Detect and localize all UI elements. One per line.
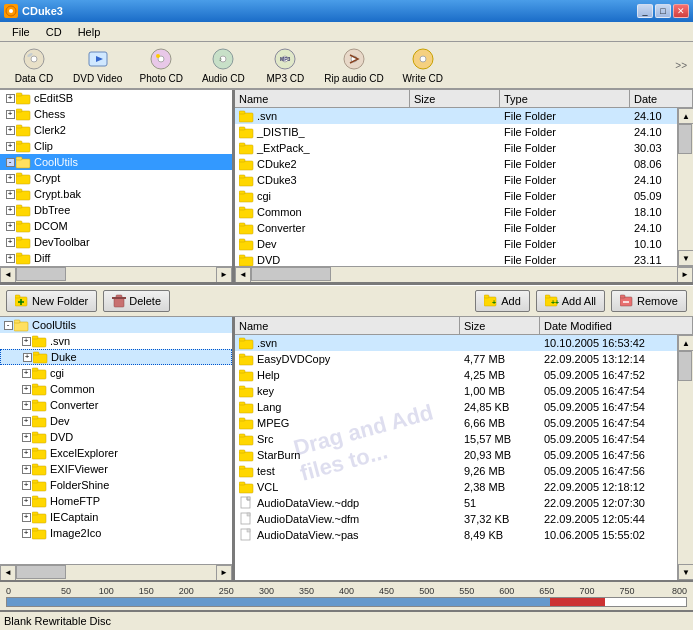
list-row-dev-top[interactable]: Dev File Folder 10.10 [235,236,677,252]
write-cd-button[interactable]: Write CD [393,44,453,86]
tree-item-dbtree[interactable]: + DbTree [0,202,232,218]
hscroll-track-tr[interactable] [251,267,677,283]
btree-cgi[interactable]: + cgi [0,365,232,381]
menu-cd[interactable]: CD [38,24,70,40]
bexpand-homeftp[interactable]: + [20,495,32,507]
top-left-tree[interactable]: + cEditSB + Chess + Clerk2 [0,90,232,266]
hscroll-right-tr[interactable]: ► [677,267,693,283]
mp3-cd-button[interactable]: MP3 MP3 CD [255,44,315,86]
btree-dev[interactable]: + Dev [0,413,232,429]
tree-item-dcom[interactable]: + DCOM [0,218,232,234]
blist-row-starburn[interactable]: StarBurn 20,93 MB 05.09.2005 16:47:56 [235,447,677,463]
expand-cryptbak[interactable]: + [4,188,16,200]
blist-row-adfm[interactable]: AudioDataView.~dfm 37,32 KB 22.09.2005 1… [235,511,677,527]
btree-foldershine[interactable]: + FolderShine [0,477,232,493]
bexpand-dvd[interactable]: + [20,431,32,443]
bexpand-foldershine[interactable]: + [20,479,32,491]
blist-row-help[interactable]: Help 4,25 MB 05.09.2005 16:47:52 [235,367,677,383]
expand-cedit[interactable]: + [4,92,16,104]
menu-file[interactable]: File [4,24,38,40]
vscroll-up-top-right[interactable]: ▲ [678,108,693,124]
close-button[interactable]: ✕ [673,4,689,18]
tree-item-chess[interactable]: + Chess [0,106,232,122]
maximize-button[interactable]: □ [655,4,671,18]
audio-cd-button[interactable]: ♪ Audio CD [193,44,253,86]
btree-converter[interactable]: + Converter [0,397,232,413]
remove-button[interactable]: Remove [611,290,687,312]
col-date-top[interactable]: Date [630,90,693,107]
expand-dcom[interactable]: + [4,220,16,232]
tree-item-coolutils-root[interactable]: - CoolUtils [0,317,232,333]
bottom-left-tree[interactable]: + .svn + Duke + cgi + [0,333,232,564]
hscroll-track[interactable] [16,267,216,283]
col-size-top[interactable]: Size [410,90,500,107]
list-row-cgi-top[interactable]: cgi File Folder 05.09 [235,188,677,204]
tree-item-cryptbak[interactable]: + Crypt.bak [0,186,232,202]
bexpand-excel[interactable]: + [20,447,32,459]
delete-button[interactable]: Delete [103,290,170,312]
blist-row-easydvd[interactable]: EasyDVDCopy 4,77 MB 22.09.2005 13:12:14 [235,351,677,367]
hscroll-left[interactable]: ◄ [0,267,16,283]
tree-item-coolutils[interactable]: - CoolUtils [0,154,232,170]
expand-coolutils[interactable]: - [4,156,16,168]
btree-iecaptain[interactable]: + IECaptain [0,509,232,525]
blist-row-svn[interactable]: .svn 10.10.2005 16:53:42 [235,335,677,351]
data-cd-button[interactable]: Data CD [4,44,64,86]
expand-chess[interactable]: + [4,108,16,120]
col-size-bottom[interactable]: Size [460,317,540,334]
hscroll-track-bl[interactable] [16,565,216,581]
bexpand-converter[interactable]: + [20,399,32,411]
expand-clip[interactable]: + [4,140,16,152]
vscroll-up-br[interactable]: ▲ [678,335,693,351]
list-row-cduke2[interactable]: CDuke2 File Folder 08.06 [235,156,677,172]
list-row-distib[interactable]: _DISTIB_ File Folder 24.10 [235,124,677,140]
vscroll-track[interactable] [678,124,693,250]
bexpand-cgi[interactable]: + [20,367,32,379]
col-name-top[interactable]: Name [235,90,410,107]
bexpand-exif[interactable]: + [20,463,32,475]
add-button[interactable]: + Add [475,290,530,312]
hscroll-right-bl[interactable]: ► [216,565,232,581]
new-folder-button[interactable]: New Folder [6,290,97,312]
bexpand-svn[interactable]: + [20,335,32,347]
minimize-button[interactable]: _ [637,4,653,18]
btree-homeftp[interactable]: + HomeFTP [0,493,232,509]
list-row-svn-top[interactable]: .svn File Folder 24.10 [235,108,677,124]
bottom-right-list[interactable]: .svn 10.10.2005 16:53:42 EasyDVDCopy 4,7… [235,335,677,580]
expand-crypt[interactable]: + [4,172,16,184]
tree-item-crypt[interactable]: + Crypt [0,170,232,186]
top-right-list[interactable]: .svn File Folder 24.10 _DISTIB_ File [235,108,677,266]
tree-item-cedit[interactable]: + cEditSB [0,90,232,106]
photo-cd-button[interactable]: Photo CD [131,44,191,86]
btree-image2ico[interactable]: + Image2Ico [0,525,232,541]
btree-duke[interactable]: + Duke [0,349,232,365]
expand-diff[interactable]: + [4,252,16,264]
expand-coolutils-root[interactable]: - [2,319,14,331]
add-all-button[interactable]: ++ Add All [536,290,605,312]
tree-item-devtoolbar[interactable]: + DevToolbar [0,234,232,250]
col-datemod-bottom[interactable]: Date Modified [540,317,693,334]
btree-dvd[interactable]: + DVD [0,429,232,445]
dvd-video-button[interactable]: DVD Video [66,44,129,86]
btree-excel[interactable]: + ExcelExplorer [0,445,232,461]
col-name-bottom[interactable]: Name [235,317,460,334]
list-row-cduke3[interactable]: CDuke3 File Folder 24.10 [235,172,677,188]
bexpand-iecaptain[interactable]: + [20,511,32,523]
expand-dbtree[interactable]: + [4,204,16,216]
btree-svn[interactable]: + .svn [0,333,232,349]
expand-clerk2[interactable]: + [4,124,16,136]
bexpand-duke[interactable]: + [21,351,33,363]
list-row-converter-top[interactable]: Converter File Folder 24.10 [235,220,677,236]
blist-row-apas[interactable]: AudioDataView.~pas 8,49 KB 10.06.2005 15… [235,527,677,543]
bexpand-common[interactable]: + [20,383,32,395]
expand-devtoolbar[interactable]: + [4,236,16,248]
list-row-common-top[interactable]: Common File Folder 18.10 [235,204,677,220]
tree-item-clip[interactable]: + Clip [0,138,232,154]
toolbar-more[interactable]: >> [673,58,689,73]
vscroll-down-top-right[interactable]: ▼ [678,250,693,266]
list-row-dvd-top[interactable]: DVD File Folder 23.11 [235,252,677,266]
btree-common[interactable]: + Common [0,381,232,397]
menu-help[interactable]: Help [70,24,109,40]
btree-exif[interactable]: + EXIFViewer [0,461,232,477]
col-type-top[interactable]: Type [500,90,630,107]
